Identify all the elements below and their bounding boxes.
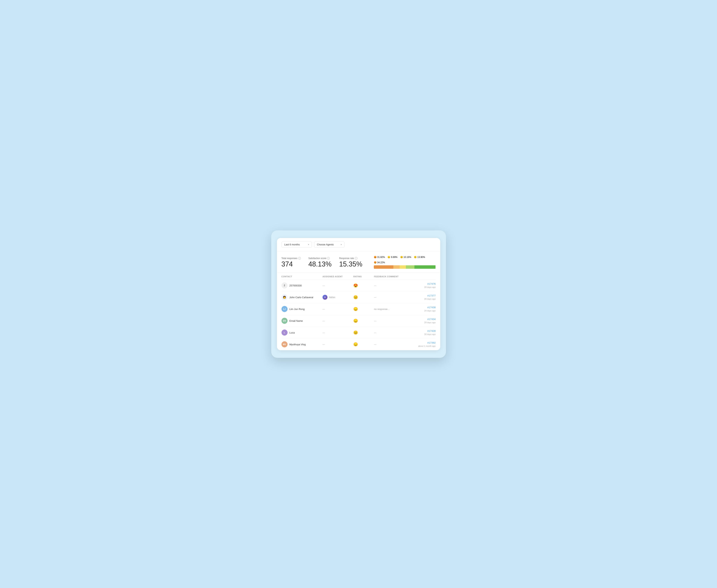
avatar: L bbox=[281, 330, 288, 336]
total-responses-info-icon[interactable]: i bbox=[298, 257, 301, 260]
agent-cell: --- bbox=[322, 331, 353, 334]
response-rate-block: Response rate i 15.35% bbox=[339, 257, 362, 268]
total-responses-value: 374 bbox=[281, 261, 301, 268]
rating-cell: 😞 bbox=[353, 307, 374, 311]
ticket-cell[interactable]: #17434 29 days ago bbox=[415, 318, 436, 324]
ticket-link[interactable]: #17476 bbox=[415, 282, 436, 285]
contact-name: John Carlo Cañaveral bbox=[290, 296, 313, 299]
feedback-cell: --- bbox=[374, 319, 415, 322]
ticket-cell[interactable]: #17392 about 1 month ago bbox=[415, 341, 436, 348]
bar-segment bbox=[374, 265, 394, 269]
ticket-cell[interactable]: #17476 28 days ago bbox=[415, 282, 436, 289]
response-rate-value: 15.35% bbox=[339, 261, 362, 268]
table-row[interactable]: EN Email Name --- 😞 --- #17434 29 days a… bbox=[281, 315, 436, 327]
agent-avatar: N bbox=[322, 295, 328, 300]
contact-name: 257000330 bbox=[290, 284, 302, 287]
contact-name: Luca bbox=[290, 331, 295, 334]
rating-cell: 😐 bbox=[353, 295, 374, 299]
rating-bar bbox=[374, 265, 436, 269]
col-rating: RATING bbox=[353, 275, 374, 278]
rating-emoji: 😡 bbox=[374, 256, 377, 258]
rating-label-item: 😞9.89% bbox=[387, 256, 397, 258]
feedback-cell: --- bbox=[374, 296, 415, 299]
col-contact: CONTACT bbox=[281, 275, 323, 278]
agent-cell: N Nithin bbox=[322, 295, 353, 300]
rating-emoji: 😍 bbox=[374, 261, 377, 264]
bar-segment bbox=[400, 265, 406, 269]
ticket-link[interactable]: #17377 bbox=[415, 294, 436, 297]
contact-name: Email Name bbox=[290, 319, 303, 322]
bar-segment bbox=[406, 265, 415, 269]
satisfaction-score-value: 48.13% bbox=[309, 261, 332, 268]
satisfaction-score-info-icon[interactable]: i bbox=[327, 257, 330, 260]
agent-name: --- bbox=[322, 319, 325, 322]
col-agent: ASSIGNED AGENT bbox=[322, 275, 353, 278]
agent-name: --- bbox=[322, 284, 325, 287]
total-responses-label: Total responses i bbox=[281, 257, 301, 260]
ticket-time: 30 days ago bbox=[424, 333, 436, 335]
agent-cell: --- bbox=[322, 343, 353, 346]
response-rate-info-icon[interactable]: i bbox=[355, 257, 357, 260]
col-feedback: FEEDBACK COMMENT bbox=[374, 275, 415, 278]
table-row[interactable]: 2 257000330 --- 😍 --- #17476 28 days ago bbox=[281, 280, 436, 292]
table-row[interactable]: LJ Lim Jun Rong --- 😞 no response... #17… bbox=[281, 303, 436, 315]
agent-cell: --- bbox=[322, 284, 353, 287]
contact-cell: L Luca bbox=[281, 330, 323, 336]
avatar: LJ bbox=[281, 306, 288, 312]
avatar: EN bbox=[281, 318, 288, 324]
table-row[interactable]: 🧑 John Carlo Cañaveral N Nithin 😐 --- #1… bbox=[281, 292, 436, 303]
ticket-time: 28 days ago bbox=[424, 286, 436, 288]
ticket-time: 29 days ago bbox=[424, 321, 436, 323]
agent-name: Nithin bbox=[329, 296, 335, 299]
rating-emoji: 🙂 bbox=[414, 256, 417, 258]
rating-percent: 34.22% bbox=[377, 261, 385, 264]
avatar: 🧑 bbox=[281, 294, 288, 300]
feedback-cell: --- bbox=[374, 343, 415, 346]
bar-segment bbox=[393, 265, 399, 269]
rating-labels: 😡31.82%😞9.89%😐10.16%🙂13.90%😍34.22% bbox=[374, 256, 436, 264]
feedback-cell: no response... bbox=[374, 308, 415, 311]
ticket-link[interactable]: #17392 bbox=[415, 341, 436, 344]
main-card: Last 6 months ▾ Choose Agents ▾ Total re… bbox=[277, 238, 440, 350]
agent-cell: --- bbox=[322, 308, 353, 311]
rating-bar-section: 😡31.82%😞9.89%😐10.16%🙂13.90%😍34.22% bbox=[374, 256, 436, 269]
table-row[interactable]: L Luca --- 😐 --- #17428 30 days ago bbox=[281, 327, 436, 339]
agents-label: Choose Agents bbox=[317, 243, 334, 246]
table-row[interactable]: MV Myothuya Vlog --- 😞 --- #17392 about … bbox=[281, 339, 436, 350]
bar-segment bbox=[415, 265, 436, 269]
rating-cell: 😐 bbox=[353, 330, 374, 335]
response-rate-label: Response rate i bbox=[339, 257, 362, 260]
time-period-dropdown[interactable]: Last 6 months ▾ bbox=[281, 241, 312, 248]
time-period-label: Last 6 months bbox=[284, 243, 300, 246]
contact-cell: LJ Lim Jun Rong bbox=[281, 306, 323, 312]
table-header: CONTACT ASSIGNED AGENT RATING FEEDBACK C… bbox=[281, 273, 436, 280]
ticket-link[interactable]: #17434 bbox=[415, 318, 436, 321]
filters-row: Last 6 months ▾ Choose Agents ▾ bbox=[277, 238, 440, 251]
agent-name: --- bbox=[322, 308, 325, 311]
satisfaction-score-label: Satisfaction score i bbox=[309, 257, 332, 260]
ticket-cell[interactable]: #17377 28 days ago bbox=[415, 294, 436, 300]
agents-dropdown[interactable]: Choose Agents ▾ bbox=[314, 241, 344, 248]
ticket-link[interactable]: #17428 bbox=[415, 330, 436, 332]
col-ticket bbox=[415, 275, 436, 278]
agents-chevron: ▾ bbox=[341, 244, 342, 246]
contact-name: Lim Jun Rong bbox=[290, 308, 305, 311]
rating-percent: 31.82% bbox=[377, 256, 385, 258]
contact-cell: 🧑 John Carlo Cañaveral bbox=[281, 294, 323, 300]
ticket-cell[interactable]: #17438 29 days ago bbox=[415, 306, 436, 312]
contact-cell: MV Myothuya Vlog bbox=[281, 341, 323, 348]
ticket-link[interactable]: #17438 bbox=[415, 306, 436, 309]
satisfaction-score-block: Satisfaction score i 48.13% bbox=[309, 257, 332, 268]
ticket-time: 28 days ago bbox=[424, 298, 436, 300]
time-period-chevron: ▾ bbox=[308, 244, 309, 246]
rating-emoji: 😞 bbox=[387, 256, 390, 258]
ticket-time: about 1 month ago bbox=[418, 345, 436, 347]
agent-name: --- bbox=[322, 331, 325, 334]
agent-name: --- bbox=[322, 343, 325, 346]
feedback-cell: --- bbox=[374, 284, 415, 287]
device-frame: Last 6 months ▾ Choose Agents ▾ Total re… bbox=[271, 230, 446, 358]
ticket-cell[interactable]: #17428 30 days ago bbox=[415, 330, 436, 336]
avatar: MV bbox=[281, 341, 288, 348]
agent-cell: --- bbox=[322, 319, 353, 322]
rating-percent: 13.90% bbox=[417, 256, 425, 258]
